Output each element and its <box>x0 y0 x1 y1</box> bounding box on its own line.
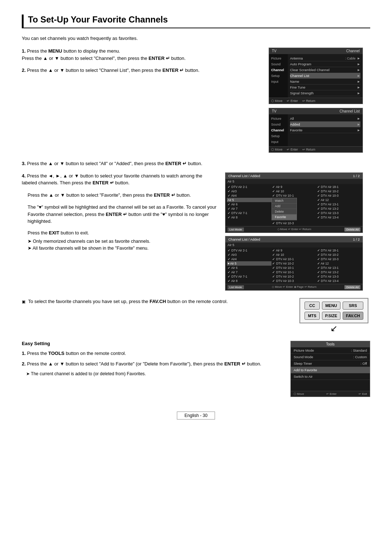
intro-text: You can set channels you watch frequentl… <box>22 36 370 41</box>
remote-btn-psize: P.SIZE <box>322 312 340 320</box>
remote-image: CC MENU SRS MTS P.SIZE FAV.CH ↙ <box>298 298 370 334</box>
easy-setting-title: Easy Setting <box>22 341 283 346</box>
remote-text: ▣ To select the favorite channels you ha… <box>22 298 287 306</box>
easy-step-2: 2. Press the ▲ or ▼ button to select "Ad… <box>22 360 283 368</box>
notes-step4: ➤ Only memorized channels can be set as … <box>22 238 218 251</box>
easy-setting-section: Easy Setting 1. Press the TOOLS button o… <box>22 341 370 397</box>
remote-btn-menu: MENU <box>322 302 340 310</box>
step-4: 4. Press the ◄, ►, ▲ or ▼ button to sele… <box>22 172 218 187</box>
easy-setting-left: Easy Setting 1. Press the TOOLS button o… <box>22 341 283 397</box>
remote-section: ▣ To select the favorite channels you ha… <box>22 298 370 334</box>
page-title: To Set-Up Your Favorite Channels <box>22 15 370 28</box>
channel-list-menu-screen: TV Channel List Picture Sound Channel Se… <box>269 108 363 153</box>
step-3: 3. Press the ▲ or ▼ button to select "Al… <box>22 160 370 167</box>
remote-btn-srs: SRS <box>343 302 363 310</box>
easy-note: ➤ The current channel is added to (or de… <box>22 371 283 376</box>
tools-menu-screen: Tools Picture Mode : Standard Sound Mode… <box>290 341 370 397</box>
easy-step-1: 1. Press the TOOLS button on the remote … <box>22 350 283 357</box>
step-4c: The "♥" symbol will be highlighted and t… <box>28 204 218 225</box>
step-4b: Press the ▲ or ▼ button to select "Favor… <box>28 192 218 199</box>
remote-buttons-grid: CC MENU SRS MTS P.SIZE FAV.CH <box>299 298 368 323</box>
exit-line: Press the EXIT button to exit. <box>28 230 218 236</box>
channel-list-added-screen-1: Channel List / Added 1 / 2 Air 5 DTV Air… <box>225 172 363 233</box>
step-2: 2. Press the ▲ or ▼ button to select "Ch… <box>22 67 261 74</box>
remote-arrow-down: ↙ <box>330 323 338 334</box>
tv-channel-menu-screen: TV Channel Picture Sound Channel Setup I… <box>269 48 363 104</box>
remote-btn-mts: MTS <box>305 312 319 320</box>
channel-list-added-screen-2: Channel List / Added 1 / 2 Air 5 DTV Air… <box>225 236 363 291</box>
remote-btn-cc: CC <box>305 302 319 310</box>
page-footer: English - 30 <box>177 412 215 420</box>
remote-btn-favch: FAV.CH <box>343 312 363 320</box>
step-1: 1. Press the MENU button to display the … <box>22 48 261 62</box>
